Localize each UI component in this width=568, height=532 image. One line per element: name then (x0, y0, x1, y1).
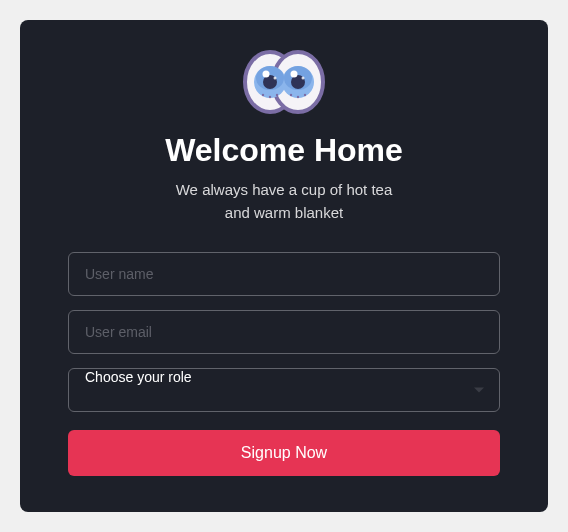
svg-point-13 (269, 96, 271, 98)
svg-point-16 (297, 96, 299, 98)
subtitle-line1: We always have a cup of hot tea (176, 181, 393, 198)
signup-button[interactable]: Signup Now (68, 430, 500, 476)
svg-point-8 (263, 71, 270, 78)
signup-form: Choose your role Signup Now (68, 252, 500, 476)
page-subtitle: We always have a cup of hot tea and warm… (176, 179, 393, 224)
eyes-icon (241, 48, 327, 116)
role-select[interactable]: Choose your role (68, 368, 500, 412)
svg-point-14 (276, 94, 278, 96)
svg-point-9 (291, 71, 298, 78)
username-input[interactable] (68, 252, 500, 296)
subtitle-line2: and warm blanket (225, 204, 343, 221)
svg-point-15 (290, 94, 292, 96)
role-select-wrap: Choose your role (68, 368, 500, 412)
page-title: Welcome Home (165, 132, 403, 169)
email-input[interactable] (68, 310, 500, 354)
svg-point-17 (304, 94, 306, 96)
signup-card: Welcome Home We always have a cup of hot… (20, 20, 548, 512)
svg-point-12 (262, 94, 264, 96)
logo (241, 48, 327, 120)
svg-point-10 (274, 77, 277, 80)
svg-point-11 (302, 77, 305, 80)
